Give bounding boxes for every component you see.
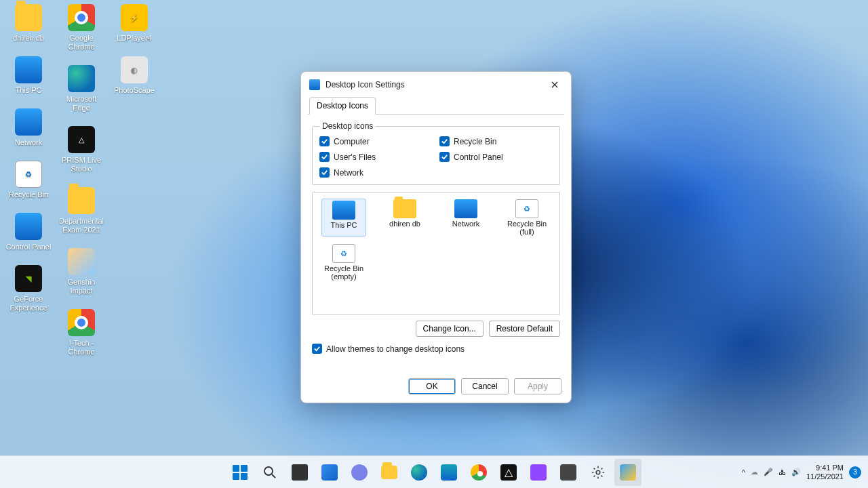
tray-chevron[interactable]: ^: [742, 468, 745, 476]
system-tray: ^ ☁ 🎤 🖧 🔊 9:41 PM 11/25/2021 3: [742, 464, 868, 481]
svg-point-2: [596, 470, 600, 474]
checkbox-users-files[interactable]: User's Files: [319, 152, 433, 162]
desktop-icon-recycle-bin[interactable]: ♻Recycle Bin: [4, 161, 53, 199]
desktop-icon-edge[interactable]: Microsoft Edge: [57, 65, 106, 113]
preview-user-folder[interactable]: dhiren db: [383, 199, 427, 236]
tray-onedrive-icon[interactable]: ☁: [751, 468, 758, 476]
taskbar-center: △: [226, 459, 642, 486]
recycle-bin-full-icon: ♻: [515, 199, 538, 218]
monitor-icon: [332, 201, 355, 220]
desktop-icon-ldplayer[interactable]: ⚡LDPlayer4: [110, 4, 159, 43]
checkmark-icon: [319, 152, 330, 162]
tray-network-icon[interactable]: 🖧: [778, 468, 786, 476]
dialog-app-icon: [309, 79, 320, 90]
widgets-button[interactable]: [316, 459, 343, 486]
close-icon: [551, 81, 558, 88]
clock-time: 9:41 PM: [806, 464, 844, 472]
windows-logo-icon: [233, 465, 248, 480]
chrome-button[interactable]: [465, 459, 492, 486]
desktop-icon-dept-exam[interactable]: Departmental Exam 2021: [57, 187, 106, 235]
checkmark-icon: [439, 152, 450, 162]
task-view-icon: [292, 464, 308, 481]
folder-icon: [381, 466, 397, 479]
desktop-icon-prism[interactable]: △PRISM Live Studio: [57, 126, 106, 174]
store-icon: [441, 464, 457, 481]
personalization-icon: [620, 464, 636, 481]
clock-date: 11/25/2021: [806, 472, 844, 481]
svg-point-0: [264, 467, 273, 475]
tab-desktop-icons[interactable]: Desktop Icons: [309, 97, 376, 115]
gear-icon: [591, 465, 606, 480]
desktop-icon-genshin[interactable]: Genshin Impact: [57, 248, 106, 296]
prism-button[interactable]: △: [495, 459, 522, 486]
video-icon: [560, 464, 576, 481]
desktop-icon-this-pc[interactable]: This PC: [4, 56, 53, 95]
tray-volume-icon[interactable]: 🔊: [791, 468, 801, 476]
svg-line-1: [272, 474, 275, 478]
prism-icon: △: [500, 464, 517, 481]
desktop-icons-group: Desktop icons Computer Recycle Bin User'…: [312, 121, 560, 185]
chat-button[interactable]: [346, 459, 373, 486]
desktop-icon-user-folder[interactable]: dhiren db: [4, 4, 53, 43]
checkbox-network[interactable]: Network: [319, 167, 433, 178]
checkmark-icon: [439, 136, 450, 146]
ok-button[interactable]: OK: [408, 378, 456, 394]
taskbar: △ ^ ☁ 🎤 🖧 🔊 9:41 PM 11/25/2021 3: [0, 455, 868, 488]
group-legend: Desktop icons: [319, 121, 376, 131]
task-view-button[interactable]: [286, 459, 313, 486]
recycle-bin-empty-icon: ♻: [332, 244, 355, 263]
dialog-tabs: Desktop Icons: [301, 96, 571, 114]
restore-default-button[interactable]: Restore Default: [489, 321, 560, 337]
chat-icon: [351, 464, 368, 481]
checkmark-icon: [319, 167, 330, 178]
checkbox-computer[interactable]: Computer: [319, 136, 433, 146]
checkmark-icon: [319, 136, 330, 146]
checkbox-control-panel[interactable]: Control Panel: [439, 152, 553, 162]
preview-recycle-full[interactable]: ♻ Recycle Bin (full): [505, 199, 549, 236]
preview-this-pc[interactable]: This PC: [322, 199, 366, 236]
tray-mic-icon[interactable]: 🎤: [764, 468, 773, 476]
checkbox-allow-themes[interactable]: Allow themes to change desktop icons: [312, 344, 560, 354]
edge-icon: [411, 464, 427, 481]
twitch-button[interactable]: [525, 459, 552, 486]
desktop-icon-settings-dialog: Desktop Icon Settings Desktop Icons Desk…: [300, 71, 572, 403]
change-icon-button[interactable]: Change Icon...: [416, 321, 484, 337]
desktop-icon-chrome[interactable]: Google Chrome: [57, 4, 106, 52]
notification-badge[interactable]: 3: [849, 466, 861, 479]
settings-button[interactable]: [585, 459, 612, 486]
icon-preview-list: This PC dhiren db Network ♻ Recycle Bin …: [312, 192, 560, 315]
settings-app-button[interactable]: [614, 459, 642, 486]
twitch-icon: [530, 464, 547, 481]
store-button[interactable]: [435, 459, 462, 486]
cancel-button[interactable]: Cancel: [461, 378, 509, 394]
folder-icon: [393, 199, 416, 218]
desktop-icon-geforce[interactable]: ◥GeForce Experience: [4, 265, 53, 312]
network-icon: [454, 199, 477, 218]
explorer-button[interactable]: [376, 459, 403, 486]
desktop-icon-control-panel[interactable]: Control Panel: [4, 213, 53, 251]
video-button[interactable]: [555, 459, 582, 486]
search-icon: [263, 466, 277, 479]
desktop-icon-grid: dhiren db This PC Network ♻Recycle Bin C…: [4, 4, 159, 357]
desktop-icon-network[interactable]: Network: [4, 108, 53, 147]
close-button[interactable]: [545, 77, 564, 92]
checkbox-recycle-bin[interactable]: Recycle Bin: [439, 136, 553, 146]
desktop-icon-itech-chrome[interactable]: I-Tech - Chrome: [57, 309, 106, 357]
taskbar-clock[interactable]: 9:41 PM 11/25/2021: [806, 464, 844, 481]
search-button[interactable]: [256, 459, 283, 486]
chrome-icon: [471, 464, 487, 481]
edge-button[interactable]: [406, 459, 433, 486]
apply-button[interactable]: Apply: [514, 378, 561, 394]
desktop-icon-photoscape[interactable]: ◐PhotoScape: [110, 56, 159, 95]
dialog-title: Desktop Icon Settings: [326, 80, 405, 89]
dialog-titlebar[interactable]: Desktop Icon Settings: [301, 72, 571, 96]
preview-network[interactable]: Network: [444, 199, 488, 236]
checkmark-icon: [312, 344, 322, 354]
widgets-icon: [321, 464, 338, 481]
preview-recycle-empty[interactable]: ♻ Recycle Bin (empty): [322, 244, 366, 281]
start-button[interactable]: [226, 459, 254, 486]
dialog-footer: OK Cancel Apply: [301, 371, 571, 403]
